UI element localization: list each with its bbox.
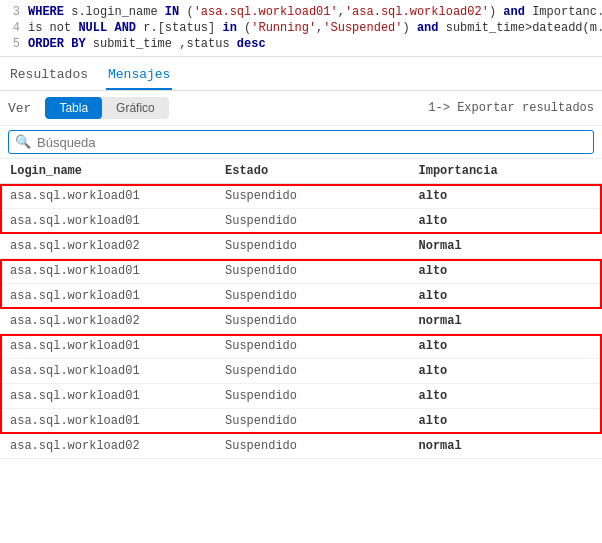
- table-row: asa.sql.workload01Suspendidoalto: [0, 409, 602, 434]
- cell-importancia: alto: [409, 259, 603, 284]
- cell-login: asa.sql.workload02: [0, 434, 215, 459]
- table-row: asa.sql.workload01Suspendidoalto: [0, 184, 602, 209]
- tabla-button[interactable]: Tabla: [45, 97, 102, 119]
- table-row: asa.sql.workload01Suspendidoalto: [0, 384, 602, 409]
- table-row: asa.sql.workload01Suspendidoalto: [0, 284, 602, 309]
- table-header-row: Login_name Estado Importancia: [0, 159, 602, 184]
- tab-resultados[interactable]: Resultados: [8, 63, 90, 90]
- sql-text-5: ORDER BY submit_time ,status desc: [28, 37, 266, 51]
- line-number-3: 3: [0, 5, 28, 19]
- grafico-button[interactable]: Gráfico: [102, 97, 169, 119]
- cell-estado: Suspendido: [215, 409, 409, 434]
- cell-login: asa.sql.workload02: [0, 309, 215, 334]
- search-input-wrap[interactable]: 🔍: [8, 130, 594, 154]
- table-row: asa.sql.workload01Suspendidoalto: [0, 334, 602, 359]
- cell-estado: Suspendido: [215, 209, 409, 234]
- cell-estado: Suspendido: [215, 259, 409, 284]
- cell-login: asa.sql.workload01: [0, 334, 215, 359]
- cell-estado: Suspendido: [215, 334, 409, 359]
- cell-importancia: alto: [409, 209, 603, 234]
- cell-estado: Suspendido: [215, 284, 409, 309]
- cell-estado: Suspendido: [215, 359, 409, 384]
- table-row: asa.sql.workload02SuspendidoNormal: [0, 234, 602, 259]
- view-toggle: Tabla Gráfico: [45, 97, 168, 119]
- search-icon: 🔍: [15, 134, 31, 150]
- cell-importancia: alto: [409, 409, 603, 434]
- cell-login: asa.sql.workload01: [0, 384, 215, 409]
- col-header-estado: Estado: [215, 159, 409, 184]
- cell-importancia: normal: [409, 309, 603, 334]
- table-row: asa.sql.workload02Suspendidonormal: [0, 309, 602, 334]
- line-number-5: 5: [0, 37, 28, 51]
- results-table: Login_name Estado Importancia asa.sql.wo…: [0, 159, 602, 459]
- line-number-4: 4: [0, 21, 28, 35]
- cell-importancia: normal: [409, 434, 603, 459]
- cell-importancia: alto: [409, 384, 603, 409]
- cell-importancia: alto: [409, 184, 603, 209]
- cell-importancia: alto: [409, 284, 603, 309]
- cell-estado: Suspendido: [215, 234, 409, 259]
- cell-importancia: alto: [409, 359, 603, 384]
- cell-login: asa.sql.workload02: [0, 234, 215, 259]
- cell-estado: Suspendido: [215, 384, 409, 409]
- toolbar: Ver Tabla Gráfico 1-> Exportar resultado…: [0, 91, 602, 126]
- tab-mensajes[interactable]: Mensajes: [106, 63, 172, 90]
- cell-importancia: Normal: [409, 234, 603, 259]
- results-container: Login_name Estado Importancia asa.sql.wo…: [0, 159, 602, 459]
- col-header-importancia: Importancia: [409, 159, 603, 184]
- cell-login: asa.sql.workload01: [0, 259, 215, 284]
- sql-area: 3 WHERE s.login_name IN ('asa.sql.worklo…: [0, 0, 602, 57]
- cell-login: asa.sql.workload01: [0, 209, 215, 234]
- ver-label: Ver: [8, 101, 31, 116]
- cell-estado: Suspendido: [215, 184, 409, 209]
- table-row: asa.sql.workload01Suspendidoalto: [0, 359, 602, 384]
- cell-importancia: alto: [409, 334, 603, 359]
- tabs-bar: Resultados Mensajes: [0, 57, 602, 91]
- cell-login: asa.sql.workload01: [0, 184, 215, 209]
- table-row: asa.sql.workload01Suspendidoalto: [0, 259, 602, 284]
- sql-line-4: 4 is not NULL AND r.[status] in ('Runnin…: [0, 20, 602, 36]
- cell-estado: Suspendido: [215, 309, 409, 334]
- sql-line-3: 3 WHERE s.login_name IN ('asa.sql.worklo…: [0, 4, 602, 20]
- table-row: asa.sql.workload02Suspendidonormal: [0, 434, 602, 459]
- col-header-login: Login_name: [0, 159, 215, 184]
- search-input[interactable]: [37, 135, 587, 150]
- sql-text-3: WHERE s.login_name IN ('asa.sql.workload…: [28, 5, 602, 19]
- export-link[interactable]: 1-> Exportar resultados: [428, 101, 594, 115]
- cell-login: asa.sql.workload01: [0, 359, 215, 384]
- sql-line-5: 5 ORDER BY submit_time ,status desc: [0, 36, 602, 52]
- cell-login: asa.sql.workload01: [0, 284, 215, 309]
- cell-estado: Suspendido: [215, 434, 409, 459]
- sql-text-4: is not NULL AND r.[status] in ('Running'…: [28, 21, 602, 35]
- cell-login: asa.sql.workload01: [0, 409, 215, 434]
- table-row: asa.sql.workload01Suspendidoalto: [0, 209, 602, 234]
- search-bar: 🔍: [0, 126, 602, 159]
